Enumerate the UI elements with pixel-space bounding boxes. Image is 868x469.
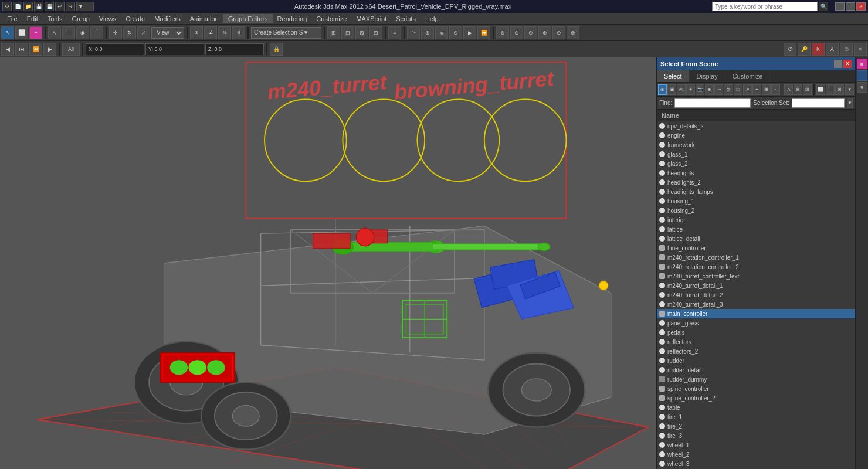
filter-particles-btn[interactable]: · bbox=[771, 84, 780, 95]
redo-btn[interactable]: ↪ bbox=[66, 2, 75, 11]
menu-tools[interactable]: Tools bbox=[43, 14, 67, 23]
extra-btn1[interactable]: ⊗ bbox=[496, 26, 509, 39]
menu-create[interactable]: Create bbox=[121, 14, 150, 23]
list-item[interactable]: rudder bbox=[657, 356, 855, 365]
menu-edit[interactable]: Edit bbox=[22, 14, 43, 23]
menu-help[interactable]: Help bbox=[421, 14, 443, 23]
key-filters-btn[interactable]: 🔑 bbox=[798, 43, 811, 56]
filter-xrefs-btn[interactable]: ↗ bbox=[743, 84, 752, 95]
list-item[interactable]: main_controller bbox=[657, 309, 855, 318]
select-none-btn[interactable]: ⬛ bbox=[826, 84, 835, 95]
render-last-btn[interactable]: ⏩ bbox=[477, 26, 490, 39]
align-view-btn[interactable]: ⊠ bbox=[355, 26, 368, 39]
select-object-btn[interactable]: ↖ bbox=[48, 26, 61, 39]
menu-rendering[interactable]: Rendering bbox=[273, 14, 312, 23]
menu-views[interactable]: Views bbox=[94, 14, 121, 23]
menu-group[interactable]: Group bbox=[67, 14, 94, 23]
list-item[interactable]: headlights bbox=[657, 168, 855, 178]
fr-btn2[interactable] bbox=[857, 70, 867, 81]
search-btn[interactable]: 🔍 bbox=[819, 2, 828, 11]
filter-systems-btn[interactable]: ⚙ bbox=[724, 84, 733, 95]
menu-animation[interactable]: Animation bbox=[185, 14, 223, 23]
tb2-btn3[interactable]: ⏪ bbox=[29, 43, 42, 56]
list-item[interactable]: m240_turret_detail_3 bbox=[657, 300, 855, 309]
dialog-close-btn[interactable]: ✕ bbox=[843, 60, 852, 68]
list-item[interactable]: table bbox=[657, 403, 855, 412]
extra-btn6[interactable]: ⊚ bbox=[567, 26, 579, 39]
open-file-btn[interactable]: 📁 bbox=[23, 2, 33, 11]
list-item[interactable]: lattice bbox=[657, 225, 855, 234]
extra-btn3[interactable]: ⊖ bbox=[524, 26, 537, 39]
rotate-btn[interactable]: ↻ bbox=[123, 26, 136, 39]
list-item[interactable]: reflectors_2 bbox=[657, 346, 855, 356]
sort-alpha-btn[interactable]: A bbox=[784, 84, 793, 95]
list-item[interactable]: m240_rotation_controller_2 bbox=[657, 262, 855, 271]
maximize-btn[interactable]: □ bbox=[846, 2, 855, 11]
render-setup-btn[interactable]: ⊙ bbox=[449, 26, 462, 39]
selection-set-input[interactable] bbox=[792, 98, 845, 108]
set-key-btn[interactable]: K bbox=[812, 43, 825, 56]
tab-select[interactable]: Select bbox=[657, 70, 690, 82]
close-btn[interactable]: ✕ bbox=[856, 2, 866, 11]
save-as-btn[interactable]: 💾 bbox=[45, 2, 54, 11]
list-item[interactable]: glass_2 bbox=[657, 159, 855, 168]
select-invert-btn[interactable]: ⊠ bbox=[835, 84, 844, 95]
paint-select-btn[interactable]: ✦ bbox=[29, 26, 42, 39]
extra-btn5[interactable]: ⊙ bbox=[552, 26, 565, 39]
list-item[interactable]: tire_2 bbox=[657, 422, 855, 431]
select-lasso-btn[interactable]: ⌒ bbox=[90, 26, 103, 39]
list-item[interactable]: interior bbox=[657, 215, 855, 225]
fr-btn3[interactable]: ▼ bbox=[857, 82, 867, 93]
menu-scripts[interactable]: Scripts bbox=[391, 14, 421, 23]
filter-lights-btn[interactable]: ☀ bbox=[686, 84, 695, 95]
layer-mgr-btn[interactable]: ≡ bbox=[388, 26, 401, 39]
list-item[interactable]: housing_1 bbox=[657, 196, 855, 206]
tab-display[interactable]: Display bbox=[690, 70, 725, 82]
undo-btn[interactable]: ↩ bbox=[55, 2, 65, 11]
list-item[interactable]: engine bbox=[657, 131, 855, 140]
align-btn[interactable]: ⊟ bbox=[341, 26, 354, 39]
select-all-btn[interactable]: ⬜ bbox=[15, 26, 28, 39]
material-editor-btn[interactable]: ◈ bbox=[435, 26, 448, 39]
snap-3d-btn[interactable]: 3 bbox=[190, 26, 203, 39]
snap-percent-btn[interactable]: % bbox=[218, 26, 231, 39]
list-item[interactable]: tire_1 bbox=[657, 412, 855, 422]
new-file-btn[interactable]: 📄 bbox=[13, 2, 22, 11]
filter-groups-btn[interactable]: □ bbox=[734, 84, 742, 95]
isolate-btn[interactable]: ◎ bbox=[840, 43, 853, 56]
tb2-btn2[interactable]: ⏮ bbox=[15, 43, 28, 56]
lock-selection-btn[interactable]: 🔒 bbox=[270, 43, 283, 56]
filter-all[interactable]: All bbox=[62, 43, 80, 56]
select-similar-btn[interactable]: ≈ bbox=[854, 43, 867, 56]
list-item[interactable]: wheel_2 bbox=[657, 450, 855, 459]
extra-btn4[interactable]: ⊕ bbox=[538, 26, 551, 39]
list-item[interactable]: m240_turret_controller_text bbox=[657, 271, 855, 281]
list-item[interactable]: wheel_1 bbox=[657, 440, 855, 450]
snap-angle-btn[interactable]: ∠ bbox=[204, 26, 217, 39]
transform-z[interactable]: Z: 0.0 bbox=[205, 43, 264, 55]
list-item[interactable]: panel_glass bbox=[657, 318, 855, 328]
menu-modifiers[interactable]: Modifiers bbox=[150, 14, 185, 23]
search-field-container[interactable] bbox=[712, 2, 818, 11]
select-all-scene-btn[interactable]: ⬜ bbox=[816, 84, 825, 95]
tb2-btn1[interactable]: ◀ bbox=[1, 43, 14, 56]
list-item[interactable]: housing_2 bbox=[657, 206, 855, 215]
menu-file[interactable]: File bbox=[2, 14, 22, 23]
find-options-btn[interactable]: ▼ bbox=[847, 98, 853, 108]
filter-ikinv-btn[interactable]: ⊞ bbox=[762, 84, 771, 95]
auto-key-btn[interactable]: A bbox=[826, 43, 839, 56]
sort-color-btn[interactable]: ⊡ bbox=[803, 84, 812, 95]
options-btn[interactable]: ▼ bbox=[845, 84, 854, 95]
list-item[interactable]: reflectors bbox=[657, 337, 855, 346]
list-item[interactable]: rudder_dummy bbox=[657, 375, 855, 384]
scale-btn[interactable]: ⤢ bbox=[137, 26, 150, 39]
tb2-btn4[interactable]: ▶ bbox=[43, 43, 56, 56]
select-mode-btn[interactable]: ↖ bbox=[1, 26, 14, 39]
sort-type-btn[interactable]: ⊟ bbox=[794, 84, 802, 95]
list-item[interactable]: m240_rotation_controller_1 bbox=[657, 253, 855, 262]
mirror-btn[interactable]: ⊞ bbox=[327, 26, 340, 39]
transform-y[interactable]: Y: 0.0 bbox=[145, 43, 204, 55]
select-paint-btn[interactable]: ◉ bbox=[76, 26, 89, 39]
schematic-view-btn[interactable]: ⊕ bbox=[421, 26, 434, 39]
menu-maxscript[interactable]: MAXScript bbox=[351, 14, 391, 23]
